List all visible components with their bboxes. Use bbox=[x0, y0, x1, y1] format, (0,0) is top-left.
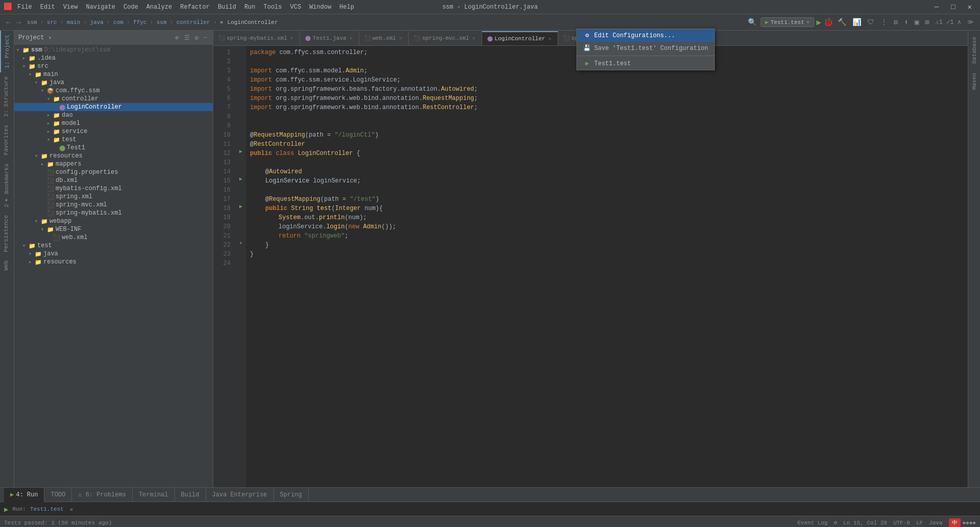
tree-item-test-java[interactable]: ▾ 📁 java bbox=[14, 250, 213, 258]
menu-vcs[interactable]: VCS bbox=[287, 3, 305, 12]
tree-item-mybatis-config[interactable]: ▸ ⬛ mybatis-config.xml bbox=[14, 185, 213, 193]
run-gutter-icon[interactable]: ▶ bbox=[239, 148, 242, 154]
left-tab-persistence[interactable]: Persistence bbox=[0, 211, 14, 256]
left-tab-bookmarks[interactable]: 2★ Bookmarks bbox=[0, 160, 14, 212]
menu-build[interactable]: Build bbox=[215, 3, 239, 12]
tree-item-db-xml[interactable]: ▸ ⬛ db.xml bbox=[14, 176, 213, 185]
layout-btn[interactable]: ⊞ bbox=[923, 17, 931, 28]
debug-button[interactable]: 🐞 bbox=[823, 17, 834, 28]
bottom-tab-spring[interactable]: Spring bbox=[274, 488, 309, 502]
menu-refactor[interactable]: Refactor bbox=[177, 3, 213, 12]
tree-item-webapp[interactable]: ▾ 📁 webapp bbox=[14, 217, 213, 225]
code-content[interactable]: package com.ffyc.ssm.controller; import … bbox=[246, 46, 968, 487]
tab-spring-mybatis[interactable]: ⬛ spring-mybatis.xml ✕ bbox=[213, 31, 300, 45]
run-gutter-icon[interactable]: ▶ bbox=[239, 203, 242, 209]
tab-close[interactable]: ✕ bbox=[398, 35, 403, 42]
tree-item-test-folder[interactable]: ▾ 📁 test bbox=[14, 136, 213, 144]
code-editor[interactable]: 1 2 3 4 5 6 7 8 9 10 11 12 13 14 15 16 1… bbox=[213, 46, 968, 487]
tree-item-spring-mvc[interactable]: ▸ ⬛ spring-mvc.xml bbox=[14, 201, 213, 209]
menu-help[interactable]: Help bbox=[336, 3, 357, 12]
tree-item-main[interactable]: ▾ 📁 main bbox=[14, 70, 213, 78]
bottom-run-btn[interactable]: ▶ bbox=[4, 505, 8, 514]
tree-item-web-xml[interactable]: ▸ ⬛ web.xml bbox=[14, 233, 213, 242]
tree-item-webinf[interactable]: ▾ 📁 WEB-INF bbox=[14, 225, 213, 233]
run-button[interactable]: ▶ bbox=[816, 17, 821, 28]
left-tab-structure[interactable]: 2: Structure bbox=[0, 72, 14, 121]
tab-close[interactable]: ✕ bbox=[471, 35, 476, 42]
tree-item-idea[interactable]: ▸ 📁 .idea bbox=[14, 54, 213, 62]
search-btn[interactable]: 🔍 bbox=[746, 17, 759, 28]
tree-item-spring-mybatis[interactable]: ▸ ⬛ spring-mybatis.xml bbox=[14, 209, 213, 217]
menu-window[interactable]: Window bbox=[306, 3, 334, 12]
maven-panel-label[interactable]: Maven bbox=[969, 69, 979, 94]
menu-tools[interactable]: Tools bbox=[261, 3, 285, 12]
menu-view[interactable]: View bbox=[60, 3, 81, 12]
tree-item-test-root[interactable]: ▾ 📁 test bbox=[14, 242, 213, 250]
project-dropdown-icon[interactable]: ▾ bbox=[48, 34, 52, 42]
tab-test1[interactable]: ⬤ Test1.java ✕ bbox=[300, 31, 359, 45]
menu-navigate[interactable]: Navigate bbox=[83, 3, 118, 12]
coverage-btn[interactable]: 🛡 bbox=[865, 17, 876, 28]
run-gutter-icon[interactable]: ▶ bbox=[239, 176, 242, 182]
tree-item-config[interactable]: ▸ ⬛ config.properties bbox=[14, 168, 213, 176]
tab-spring-mvc[interactable]: ⬛ spring-mvc.xml ✕ bbox=[409, 31, 482, 45]
dropdown-test1[interactable]: ▶ Test1.test bbox=[577, 57, 714, 70]
event-log-link[interactable]: Event Log bbox=[797, 520, 827, 526]
close-button[interactable]: ✕ bbox=[964, 2, 976, 12]
project-layout-btn[interactable]: ☰ bbox=[183, 33, 191, 43]
menu-run[interactable]: Run bbox=[241, 3, 259, 12]
tree-item-resources[interactable]: ▾ 📁 resources bbox=[14, 152, 213, 160]
menu-file[interactable]: File bbox=[14, 3, 35, 12]
build-btn[interactable]: 🔨 bbox=[836, 17, 848, 28]
back-btn[interactable]: ← bbox=[4, 17, 12, 28]
database-panel-label[interactable]: Database bbox=[969, 33, 979, 68]
collapse-icon[interactable]: ▾ bbox=[239, 240, 242, 246]
tree-item-dao[interactable]: ▸ 📁 dao bbox=[14, 111, 213, 119]
forward-btn[interactable]: → bbox=[14, 17, 22, 28]
tab-close[interactable]: ✕ bbox=[289, 35, 294, 42]
settings-btn[interactable]: ⚙ bbox=[892, 17, 900, 28]
bottom-tab-terminal[interactable]: Terminal bbox=[133, 488, 175, 502]
left-tab-web[interactable]: Web bbox=[0, 256, 14, 275]
tree-item-login-controller[interactable]: ▸ ⬤ LoginController bbox=[14, 103, 213, 111]
tree-item-mappers[interactable]: ▸ 📁 mappers bbox=[14, 160, 213, 168]
left-tab-project[interactable]: 1: Project bbox=[0, 31, 14, 72]
dropdown-edit-config[interactable]: ⚙ Edit Configurations... bbox=[577, 29, 714, 42]
tree-item-package[interactable]: ▾ 📦 com.ffyc.ssm bbox=[14, 87, 213, 95]
menu-analyze[interactable]: Analyze bbox=[143, 3, 175, 12]
bottom-tab-build[interactable]: Build bbox=[175, 488, 206, 502]
tab-web-xml[interactable]: ⬛ web.xml ✕ bbox=[359, 31, 409, 45]
dropdown-save-config[interactable]: 💾 Save 'Test1.test' Configuration bbox=[577, 42, 714, 55]
menu-code[interactable]: Code bbox=[120, 3, 141, 12]
tree-item-service[interactable]: ▸ 📁 service bbox=[14, 127, 213, 136]
close-bottom-tab[interactable]: ✕ bbox=[70, 506, 73, 513]
tab-close[interactable]: ✕ bbox=[547, 35, 552, 42]
terminal-btn[interactable]: ▣ bbox=[913, 17, 921, 28]
tree-item-spring-xml[interactable]: ▸ ⬛ spring.xml bbox=[14, 193, 213, 201]
run-config-button[interactable]: ▶ Test1.test ▾ bbox=[761, 17, 814, 27]
git-btn[interactable]: ⬆ bbox=[902, 17, 910, 28]
tree-item-model[interactable]: ▸ 📁 model bbox=[14, 119, 213, 127]
profile-btn[interactable]: 📊 bbox=[850, 17, 863, 28]
run-config-dropdown-icon[interactable]: ▾ bbox=[807, 19, 810, 25]
bottom-tab-run[interactable]: ▶ 4: Run bbox=[4, 488, 44, 502]
bottom-tab-java-enterprise[interactable]: Java Enterprise bbox=[206, 488, 274, 502]
tree-item-test1[interactable]: ▸ ⬤ Test1 bbox=[14, 144, 213, 152]
minimize-button[interactable]: ─ bbox=[931, 2, 943, 12]
tree-item-controller[interactable]: ▾ 📁 controller bbox=[14, 95, 213, 103]
tree-item-test-resources[interactable]: ▸ 📁 resources bbox=[14, 258, 213, 266]
project-minimize-btn[interactable]: ─ bbox=[202, 33, 209, 43]
tree-item-java[interactable]: ▾ 📁 java bbox=[14, 78, 213, 87]
tree-item-ssm[interactable]: ▾ 📁 ssm D:\ideaproject\ssm bbox=[14, 46, 213, 54]
more-btn[interactable]: ⋮ bbox=[878, 17, 890, 28]
bottom-tab-todo[interactable]: TODO bbox=[44, 488, 72, 502]
project-sync-btn[interactable]: ⊕ bbox=[173, 33, 180, 43]
tab-close[interactable]: ✕ bbox=[348, 35, 354, 42]
bottom-tab-problems[interactable]: ⚠ 6: Problems bbox=[72, 488, 133, 502]
tab-login-controller[interactable]: ⬤ LoginController ✕ bbox=[482, 31, 558, 45]
more-toolbar[interactable]: ≫ bbox=[965, 17, 976, 27]
left-tab-favorites[interactable]: Favorites bbox=[0, 121, 14, 159]
menu-edit[interactable]: Edit bbox=[37, 3, 58, 12]
project-settings-btn[interactable]: ⚙ bbox=[193, 33, 200, 43]
maximize-button[interactable]: □ bbox=[947, 2, 959, 12]
